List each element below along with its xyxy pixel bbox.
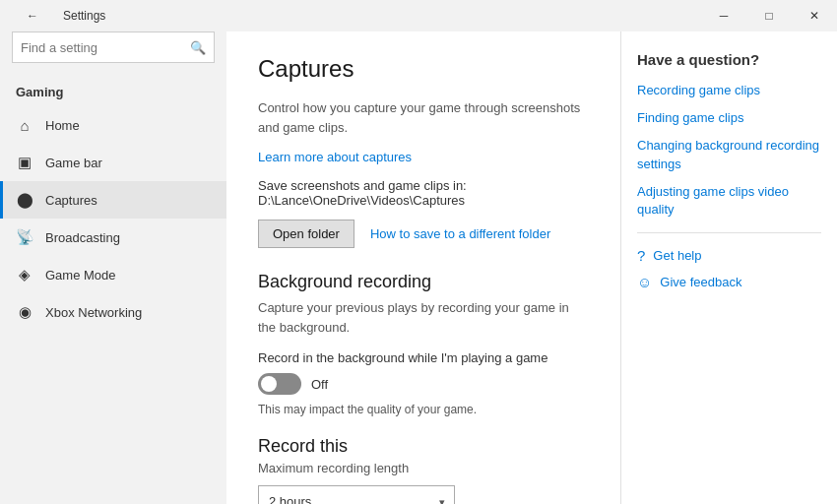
give-feedback-icon: ☺ bbox=[637, 274, 652, 290]
recording-length-dropdown-wrapper[interactable]: 30 minutes 1 hour 2 hours 4 hours ▾ bbox=[258, 485, 455, 504]
impact-note: This may impact the quality of your game… bbox=[258, 403, 589, 416]
sidebar-item-label-xbox-networking: Xbox Networking bbox=[45, 305, 142, 320]
sidebar-item-label-broadcasting: Broadcasting bbox=[45, 230, 120, 245]
search-icon: 🔍 bbox=[190, 40, 206, 55]
game-bar-icon: ▣ bbox=[16, 154, 33, 171]
sidebar-item-label-game-mode: Game Mode bbox=[45, 268, 116, 283]
record-this-title: Record this bbox=[258, 436, 589, 457]
recording-length-dropdown[interactable]: 30 minutes 1 hour 2 hours 4 hours bbox=[258, 485, 455, 504]
sidebar-item-label-game-bar: Game bar bbox=[45, 156, 102, 170]
app-body: 🔍 Gaming ⌂ Home ▣ Game bar ⬤ Captures 📡 … bbox=[0, 32, 837, 504]
sidebar-item-xbox-networking[interactable]: ◉ Xbox Networking bbox=[0, 293, 226, 331]
close-button[interactable]: ✕ bbox=[792, 0, 837, 32]
give-feedback-action[interactable]: ☺ Give feedback bbox=[637, 274, 821, 290]
sidebar-section-title: Gaming bbox=[0, 75, 226, 107]
get-help-action[interactable]: ? Get help bbox=[637, 247, 821, 264]
help-link-background-settings[interactable]: Changing background recording settings bbox=[637, 137, 821, 172]
help-link-finding-clips[interactable]: Finding game clips bbox=[637, 109, 821, 127]
help-link-recording-clips[interactable]: Recording game clips bbox=[637, 82, 821, 99]
titlebar-title: Settings bbox=[63, 9, 105, 23]
main-content: Captures Control how you capture your ga… bbox=[226, 32, 620, 504]
broadcasting-icon: 📡 bbox=[16, 228, 33, 246]
help-title: Have a question? bbox=[637, 51, 821, 68]
titlebar-controls: ─ □ ✕ bbox=[701, 0, 837, 32]
get-help-label: Get help bbox=[653, 248, 701, 263]
record-sub-label: Maximum recording length bbox=[258, 461, 589, 475]
back-button[interactable]: ← bbox=[10, 0, 55, 32]
page-title: Captures bbox=[258, 55, 589, 83]
sidebar-item-game-bar[interactable]: ▣ Game bar bbox=[0, 144, 226, 181]
button-row: Open folder How to save to a different f… bbox=[258, 220, 589, 248]
help-link-video-quality[interactable]: Adjusting game clips video quality bbox=[637, 183, 821, 219]
captures-icon: ⬤ bbox=[16, 191, 33, 209]
background-recording-toggle[interactable] bbox=[258, 373, 301, 395]
background-recording-desc: Capture your previous plays by recording… bbox=[258, 298, 589, 337]
get-help-icon: ? bbox=[637, 247, 645, 264]
help-divider bbox=[637, 232, 821, 233]
titlebar: ← Settings ─ □ ✕ bbox=[0, 0, 837, 32]
background-recording-title: Background recording bbox=[258, 272, 589, 292]
search-box[interactable]: 🔍 bbox=[12, 32, 215, 63]
sidebar-item-broadcasting[interactable]: 📡 Broadcasting bbox=[0, 219, 226, 256]
sidebar-item-label-home: Home bbox=[45, 118, 80, 133]
game-mode-icon: ◈ bbox=[16, 266, 33, 284]
right-panel: Have a question? Recording game clips Fi… bbox=[620, 32, 837, 504]
open-folder-button[interactable]: Open folder bbox=[258, 220, 354, 248]
maximize-button[interactable]: □ bbox=[746, 0, 792, 32]
toggle-description: Record in the background while I'm playi… bbox=[258, 350, 589, 365]
sidebar: 🔍 Gaming ⌂ Home ▣ Game bar ⬤ Captures 📡 … bbox=[0, 32, 226, 504]
sidebar-item-captures[interactable]: ⬤ Captures bbox=[0, 181, 226, 219]
captures-description: Control how you capture your game throug… bbox=[258, 98, 589, 137]
xbox-networking-icon: ◉ bbox=[16, 303, 33, 321]
save-to-folder-link[interactable]: How to save to a different folder bbox=[370, 226, 550, 241]
toggle-row: Off bbox=[258, 373, 589, 395]
sidebar-item-home[interactable]: ⌂ Home bbox=[0, 107, 226, 144]
save-path-label: Save screenshots and game clips in: D:\L… bbox=[258, 178, 589, 208]
home-icon: ⌂ bbox=[16, 117, 33, 134]
sidebar-item-label-captures: Captures bbox=[45, 193, 97, 208]
learn-more-link[interactable]: Learn more about captures bbox=[258, 150, 412, 164]
titlebar-left: ← Settings bbox=[10, 0, 105, 32]
give-feedback-label: Give feedback bbox=[660, 275, 741, 289]
sidebar-item-game-mode[interactable]: ◈ Game Mode bbox=[0, 256, 226, 293]
search-input[interactable] bbox=[21, 40, 190, 55]
minimize-button[interactable]: ─ bbox=[701, 0, 746, 32]
toggle-state-label: Off bbox=[311, 377, 328, 392]
